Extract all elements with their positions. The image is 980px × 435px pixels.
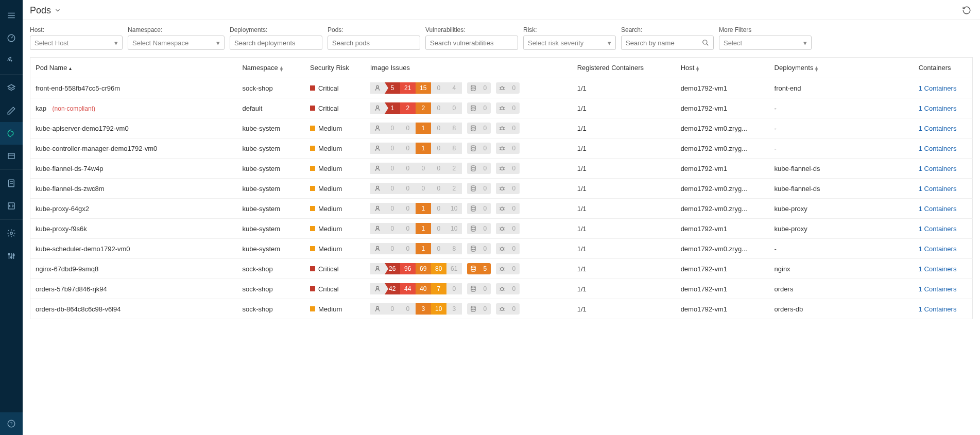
vuln-bar[interactable]: 003103: [370, 303, 462, 315]
sensitive-data-pill[interactable]: 5: [467, 263, 491, 274]
bug-icon: [496, 183, 508, 194]
host-select[interactable]: Select Host ▾: [30, 36, 123, 50]
deployments-input[interactable]: [230, 36, 322, 50]
malware-pill[interactable]: 0: [496, 123, 520, 134]
pods-input[interactable]: [328, 36, 420, 50]
containers-link[interactable]: 1 Containers: [919, 105, 957, 112]
vuln-bar[interactable]: 42444070: [370, 283, 462, 294]
page-title[interactable]: Pods: [30, 5, 61, 16]
table-row[interactable]: kap (non-compliant)defaultCritical122000…: [30, 98, 973, 118]
document-icon[interactable]: [0, 172, 23, 195]
col-issues[interactable]: Image Issues: [365, 58, 572, 78]
malware-pill[interactable]: 0: [496, 183, 520, 194]
containers-link[interactable]: 1 Containers: [919, 245, 957, 253]
col-podname[interactable]: Pod Name▴: [30, 58, 237, 78]
vulnerabilities-input[interactable]: [425, 36, 518, 50]
table-row[interactable]: front-end-558fb47cc5-cr96msock-shopCriti…: [30, 78, 973, 98]
col-registered[interactable]: Registered Containers: [572, 58, 676, 78]
severity-count: 8: [446, 123, 462, 134]
table-row[interactable]: orders-57b97d846-rjk94sock-shopCritical4…: [30, 279, 973, 299]
search-input[interactable]: [621, 36, 714, 50]
malware-pill[interactable]: 0: [496, 283, 520, 294]
more-select[interactable]: Select ▾: [719, 36, 812, 50]
malware-pill[interactable]: 0: [496, 223, 520, 234]
malware-pill[interactable]: 0: [496, 203, 520, 214]
code-icon[interactable]: [0, 195, 23, 217]
severity-count: 0: [400, 223, 416, 234]
sensitive-data-pill[interactable]: 0: [467, 203, 491, 214]
containers-link[interactable]: 1 Containers: [919, 265, 957, 273]
col-containers[interactable]: Containers: [914, 58, 973, 78]
malware-pill[interactable]: 0: [496, 303, 520, 315]
sensitive-data-pill[interactable]: 0: [467, 163, 491, 174]
col-host[interactable]: Host▴▾: [676, 58, 769, 78]
help-icon[interactable]: ?: [0, 412, 23, 435]
vuln-bar[interactable]: 2696698061: [370, 263, 462, 274]
table-row[interactable]: kube-scheduler-demo1792-vm0kube-systemMe…: [30, 239, 973, 259]
radar-icon[interactable]: [0, 49, 23, 72]
table-row[interactable]: kube-proxy-64gx2kube-systemMedium0010100…: [30, 199, 973, 219]
sensitive-data-pill[interactable]: 0: [467, 143, 491, 154]
malware-pill[interactable]: 0: [496, 102, 520, 114]
vuln-bar[interactable]: 00108: [370, 143, 462, 154]
sensitive-data-pill[interactable]: 0: [467, 183, 491, 194]
vuln-bar[interactable]: 00108: [370, 123, 462, 134]
risk-dot-icon: [310, 206, 315, 211]
table-row[interactable]: kube-flannel-ds-74w4pkube-systemMedium00…: [30, 159, 973, 179]
sensitive-data-pill[interactable]: 0: [467, 123, 491, 134]
vuln-bar[interactable]: 00002: [370, 163, 462, 174]
malware-pill[interactable]: 0: [496, 143, 520, 154]
table-row[interactable]: kube-controller-manager-demo1792-vm0kube…: [30, 138, 973, 159]
table-row[interactable]: kube-proxy-f9s6kkube-systemMedium0010100…: [30, 219, 973, 239]
gear-icon[interactable]: [0, 222, 23, 245]
sensitive-data-pill[interactable]: 0: [467, 102, 491, 114]
malware-pill[interactable]: 0: [496, 163, 520, 174]
vuln-bar[interactable]: 12200: [370, 102, 462, 114]
sensitive-data-pill[interactable]: 0: [467, 283, 491, 294]
containers-link[interactable]: 1 Containers: [919, 165, 957, 172]
containers-link[interactable]: 1 Containers: [919, 285, 957, 293]
risk-select[interactable]: Select risk severity ▾: [523, 36, 616, 50]
sliders-icon[interactable]: [0, 245, 23, 267]
edit-icon[interactable]: [0, 99, 23, 122]
svg-line-102: [504, 270, 505, 270]
refresh-icon[interactable]: [960, 4, 973, 16]
table-row[interactable]: kube-flannel-ds-zwc8mkube-systemMedium00…: [30, 179, 973, 199]
containers-link[interactable]: 1 Containers: [919, 145, 957, 152]
dashboard-icon[interactable]: [0, 27, 23, 49]
col-namespace[interactable]: Namespace▴▾: [237, 58, 305, 78]
vuln-bar[interactable]: 5211504: [370, 82, 462, 94]
containers-link[interactable]: 1 Containers: [919, 225, 957, 233]
vuln-bar[interactable]: 001010: [370, 203, 462, 214]
malware-pill[interactable]: 0: [496, 263, 520, 274]
vuln-bar[interactable]: 00108: [370, 243, 462, 254]
containers-link[interactable]: 1 Containers: [919, 84, 957, 92]
pill-value: 0: [508, 303, 520, 315]
vuln-bar[interactable]: 00002: [370, 183, 462, 194]
pill-value: 0: [508, 143, 520, 154]
bug-icon: [496, 263, 508, 274]
malware-pill[interactable]: 0: [496, 82, 520, 94]
vuln-bar[interactable]: 001010: [370, 223, 462, 234]
pill-value: 0: [508, 203, 520, 214]
sensitive-data-pill[interactable]: 0: [467, 243, 491, 254]
malware-pill[interactable]: 0: [496, 243, 520, 254]
severity-count: 0: [431, 203, 446, 214]
layers-icon[interactable]: [0, 77, 23, 99]
table-row[interactable]: nginx-67dbd9-9smq8sock-shopCritical26966…: [30, 259, 973, 279]
col-risk[interactable]: Security Risk: [305, 58, 365, 78]
containers-link[interactable]: 1 Containers: [919, 185, 957, 193]
namespace-select[interactable]: Select Namespace ▾: [128, 36, 225, 50]
containers-icon[interactable]: [0, 145, 23, 167]
sensitive-data-pill[interactable]: 0: [467, 82, 491, 94]
col-deployments[interactable]: Deployments▴▾: [769, 58, 914, 78]
menu-icon[interactable]: [0, 4, 23, 27]
containers-link[interactable]: 1 Containers: [919, 305, 957, 313]
sensitive-data-pill[interactable]: 0: [467, 223, 491, 234]
containers-link[interactable]: 1 Containers: [919, 125, 957, 132]
containers-link[interactable]: 1 Containers: [919, 205, 957, 213]
sensitive-data-pill[interactable]: 0: [467, 303, 491, 315]
workloads-icon[interactable]: [0, 122, 23, 145]
table-row[interactable]: orders-db-864c8c6c98-v6l94sock-shopMediu…: [30, 299, 973, 319]
table-row[interactable]: kube-apiserver-demo1792-vm0kube-systemMe…: [30, 118, 973, 138]
